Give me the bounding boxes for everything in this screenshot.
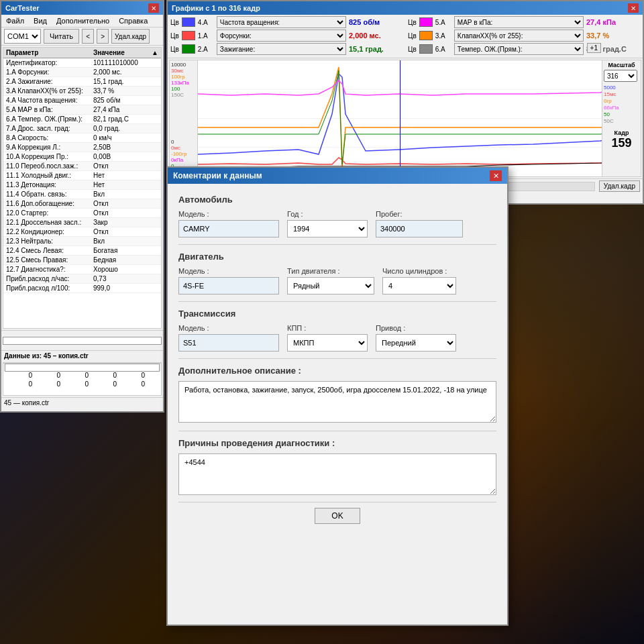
channel-2-color[interactable] — [182, 31, 195, 40]
sort-col-header[interactable]: ▲ — [150, 48, 161, 58]
menu-help[interactable]: Справка — [117, 16, 150, 25]
menu-view[interactable]: Вид — [32, 16, 49, 25]
channel-2-select[interactable]: Форсунки: — [217, 30, 346, 42]
trans-model-input[interactable] — [178, 334, 279, 352]
y-label-150c: 150C — [171, 92, 196, 98]
scale-66kpa: 66кПа — [604, 105, 639, 111]
param-row: 11.1 Холодный двиг.:Нет — [3, 171, 161, 180]
engine-cylinders-label: Число цилиндров : — [382, 267, 456, 275]
scale-5000: 5000 — [604, 85, 639, 91]
channel-r2-num: 3.A — [435, 32, 451, 40]
channel-1-select[interactable]: Частота вращения: — [217, 16, 346, 28]
diagnostics-textarea[interactable]: +4544 — [178, 453, 496, 495]
description-section-title: Дополнительное описание : — [178, 366, 496, 376]
channel-r3-select[interactable]: Темпер. ОЖ.(Прям.): — [454, 43, 584, 55]
car-mileage-input[interactable] — [376, 220, 463, 237]
plus-one-button[interactable]: +1 — [587, 43, 601, 53]
section-divider-4 — [178, 431, 496, 431]
ok-button[interactable]: OK — [315, 508, 360, 524]
graph-row-3: Цв 2.A Зажигание: 15,1 град. Цв 6.A Темп… — [170, 43, 640, 55]
engine-cylinders-select[interactable]: 4 6 8 — [382, 277, 456, 294]
param-row: 5.A МАР в кПа:27,4 кПа — [3, 105, 161, 115]
param-value: 2,000 мс. — [91, 68, 161, 76]
param-name: Прибл.расход л/час: — [3, 274, 91, 283]
channel-2-num: 1.A — [198, 32, 214, 40]
params-scroll-track[interactable] — [3, 337, 162, 345]
channel-3-num: 2.A — [198, 46, 214, 53]
car-tester-close-button[interactable]: ✕ — [148, 3, 159, 13]
param-row: 4.A Частота вращения:825 об/м — [3, 96, 161, 105]
param-value: Вкл — [91, 190, 161, 199]
channel-r2-color[interactable] — [419, 31, 433, 40]
param-row: 2.A Зажигание:15,1 град. — [3, 77, 161, 87]
del-kdr-button[interactable]: Удал.кадр — [599, 180, 640, 192]
channel-3-select[interactable]: Зажигание: — [217, 43, 346, 55]
transmission-form-row: Модель : КПП : МКПП АКПП Привод : Передн… — [178, 324, 496, 352]
channel-1-color[interactable] — [182, 17, 195, 27]
section-divider-2 — [178, 301, 496, 302]
position-marker — [400, 60, 400, 176]
graph-content-area: 10000 30мс 100гр 133кПа 100 150C 0 0мс -… — [169, 60, 641, 177]
trans-gearbox-group: КПП : МКПП АКПП — [287, 324, 368, 352]
param-row: 9.A Коррекция Л.:2,50B — [3, 143, 161, 152]
channel-r2-select[interactable]: КлапанХХ{% от 255}: — [454, 30, 584, 42]
param-name: 10.A Коррекция Пр.: — [3, 152, 91, 161]
param-value: Вкл — [91, 237, 161, 246]
params-container[interactable]: Параметр Значение ▲ Идентификатор:101111… — [3, 47, 162, 329]
param-name: 12.1 Дроссельная засл.: — [3, 218, 91, 227]
scale-label: Масштаб — [604, 62, 639, 68]
trans-drive-select[interactable]: Передний Задний Полный — [376, 334, 456, 352]
param-value: 27,4 кПа — [91, 105, 161, 114]
channel-r3-color[interactable] — [419, 44, 433, 54]
graph-row-2: Цв 1.A Форсунки: 2,000 мс. Цв 3.A Клапан… — [170, 30, 640, 42]
param-row: 12.3 Нейтраль:Вкл — [3, 237, 161, 246]
param-name: 12.4 Смесь Левая: — [3, 246, 91, 255]
menu-file[interactable]: Файл — [4, 16, 26, 25]
data-scroll-area[interactable] — [3, 363, 161, 371]
car-model-input[interactable] — [178, 220, 279, 237]
data-row-2: 0 0 0 0 0 — [3, 380, 161, 388]
dialog-title-bar: Коментарии к данным ✕ — [168, 168, 507, 184]
value-col-header: Значение — [91, 48, 150, 58]
menu-additional[interactable]: Дополнительно — [54, 16, 111, 25]
nav-left-button[interactable]: < — [82, 29, 94, 44]
com-port-select[interactable]: COM1 — [4, 29, 41, 44]
param-value: 33,7 % — [91, 87, 161, 95]
param-row: 10.A Коррекция Пр.:0,00B — [3, 152, 161, 162]
param-value: Откл — [91, 227, 161, 236]
channel-r3-num: 6.A — [435, 46, 451, 53]
engine-type-select[interactable]: Рядный V-образный — [287, 277, 374, 294]
y-axis-left: 10000 30мс 100гр 133кПа 100 150C 0 0мс -… — [169, 60, 197, 177]
data-scroll-track[interactable] — [5, 364, 160, 372]
param-row: Прибл.расход л/100:999,0 — [3, 284, 161, 293]
del-frame-toolbar-button[interactable]: Удал.кадр — [111, 29, 150, 44]
param-name: 11.6 Доп.обогащение: — [3, 199, 91, 208]
scale-select[interactable]: 316 100 200 — [604, 70, 637, 82]
y-label-30ms: 30мс — [171, 68, 196, 74]
dialog-close-button[interactable]: ✕ — [490, 170, 502, 181]
param-row: 12.0 Стартер:Откл — [3, 209, 161, 218]
nav-right-button[interactable]: > — [97, 29, 109, 44]
graph-cv-label-r3: Цв — [408, 46, 417, 53]
scale-50: 50 — [604, 111, 639, 117]
car-year-label: Год : — [287, 210, 368, 218]
engine-model-input[interactable] — [178, 277, 279, 294]
params-scroll-area[interactable] — [1, 330, 163, 350]
diagnostics-section-title: Причины проведения диагностики : — [178, 438, 496, 448]
graph-close-button[interactable]: ✕ — [628, 3, 639, 13]
channel-r1-select[interactable]: МАР в кПа: — [454, 16, 584, 28]
channel-3-color[interactable] — [182, 44, 195, 54]
param-value: 0,73 — [91, 274, 161, 283]
channel-r1-color[interactable] — [419, 17, 433, 27]
trans-gearbox-select[interactable]: МКПП АКПП — [287, 334, 368, 352]
car-year-group: Год : 1994 1995 1996 — [287, 210, 368, 237]
param-name: Прибл.расход л/100: — [3, 284, 91, 292]
trans-drive-label: Привод : — [376, 324, 456, 332]
dialog-body: Автомобиль Модель : Год : 1994 1995 1996… — [168, 184, 507, 621]
transmission-section-title: Трансмиссия — [178, 309, 496, 319]
car-year-select[interactable]: 1994 1995 1996 — [287, 220, 368, 237]
description-textarea[interactable]: Работа, остановка, зажигание, запуск, 25… — [178, 381, 496, 423]
trans-gearbox-label: КПП : — [287, 324, 368, 332]
read-button[interactable]: Читать — [44, 29, 79, 44]
frame-label: Кадр — [604, 129, 639, 136]
